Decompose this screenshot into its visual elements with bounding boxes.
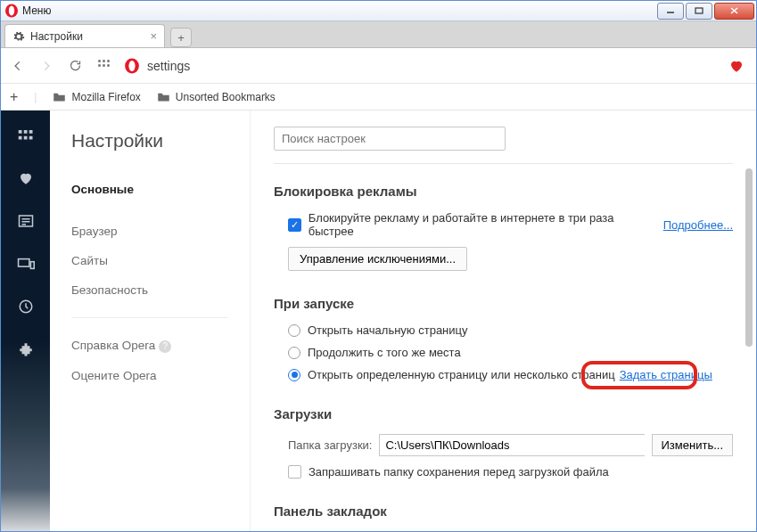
section-heading: Загрузки [274,406,733,422]
svg-rect-10 [103,64,105,67]
nav-security[interactable]: Безопасность [71,275,228,305]
minimize-button[interactable] [657,3,684,20]
section-bookmarks-panel: Панель закладок [274,503,733,519]
rail-bookmarks-icon[interactable] [17,169,35,187]
download-folder-input[interactable] [379,434,644,456]
bookmark-label: Unsorted Bookmarks [176,91,276,103]
settings-sidebar: Настройки Основные Браузер Сайты Безопас… [50,110,251,531]
page-title: Настройки [71,130,228,151]
address-input[interactable] [147,59,713,73]
svg-rect-16 [29,130,32,134]
download-change-button[interactable]: Изменить... [652,434,733,456]
add-bookmark-button[interactable]: + [10,89,18,105]
adblock-label: Блокируйте рекламу и работайте в интерне… [309,211,656,238]
nav-sites[interactable]: Сайты [71,246,228,275]
heart-icon[interactable] [726,55,747,77]
startup-opt3-label: Открыть определенную страницу или нескол… [308,368,615,381]
tab-strip: Настройки × + [1,21,756,48]
rail-history-icon[interactable] [17,298,35,315]
window-titlebar: Меню [1,1,756,21]
settings-main: Блокировка рекламы ✓ Блокируйте рекламу … [251,110,756,531]
side-rail [1,110,50,531]
highlight-callout [581,361,697,389]
section-downloads: Загрузки Папка загрузки: Изменить... ✓ З… [274,406,733,479]
tab-title: Настройки [30,30,143,43]
adblock-checkbox[interactable]: ✓ [288,218,301,232]
bookmark-label: Mozilla Firefox [71,91,140,103]
section-heading: Блокировка рекламы [274,184,733,199]
download-ask-checkbox[interactable]: ✓ [288,465,301,479]
navbar [1,48,756,84]
section-adblock: Блокировка рекламы ✓ Блокируйте рекламу … [274,184,733,271]
nav-help[interactable]: Справка Opera? [71,331,228,361]
startup-opt2-label: Продолжить с того же места [308,346,461,359]
folder-icon [157,91,170,102]
svg-rect-18 [23,136,27,140]
search-settings-input[interactable] [274,127,506,151]
tab-settings[interactable]: Настройки × [4,24,165,47]
section-heading: При запуске [274,296,733,311]
opera-logo-icon [4,4,19,18]
manage-exceptions-button[interactable]: Управление исключениями... [288,247,467,271]
new-tab-button[interactable]: + [170,28,192,47]
bookmarks-bar: + | Mozilla Firefox Unsorted Bookmarks [1,84,756,110]
rail-extensions-icon[interactable] [17,340,35,358]
tab-close-icon[interactable]: × [150,29,157,43]
close-button[interactable] [714,3,754,20]
help-icon: ? [159,340,171,353]
nav-basic[interactable]: Основные [71,175,228,204]
section-startup: При запуске Открыть начальную страницу П… [274,296,733,381]
opera-o-icon [124,58,140,74]
startup-radio-home[interactable] [288,324,300,337]
bookmark-item-unsorted[interactable]: Unsorted Bookmarks [157,91,276,103]
svg-rect-8 [107,60,110,62]
gear-icon [12,30,25,43]
back-button[interactable] [10,58,26,74]
svg-rect-24 [18,259,29,266]
adblock-learn-more-link[interactable]: Подробнее... [663,218,733,232]
nav-browser[interactable]: Браузер [71,217,228,246]
svg-rect-25 [30,262,34,269]
bookmark-item-firefox[interactable]: Mozilla Firefox [53,91,140,103]
startup-radio-specific[interactable] [288,369,300,381]
svg-rect-6 [98,60,101,62]
folder-icon [53,91,66,102]
rail-news-icon[interactable] [17,212,35,230]
rail-speed-dial-icon[interactable] [17,127,35,144]
svg-point-13 [128,60,135,70]
startup-opt1-label: Открыть начальную страницу [308,323,468,337]
svg-rect-7 [103,60,105,62]
nav-rate[interactable]: Оцените Opera [71,361,228,390]
maximize-button[interactable] [686,3,712,20]
svg-point-1 [9,6,14,16]
svg-rect-19 [29,136,32,140]
download-folder-label: Папка загрузки: [288,438,372,452]
svg-rect-9 [98,64,101,67]
download-ask-label: Запрашивать папку сохранения перед загру… [309,465,609,479]
section-heading: Панель закладок [274,503,733,519]
menu-button[interactable]: Меню [22,4,51,17]
reload-button[interactable] [67,58,83,74]
svg-rect-15 [23,130,27,134]
scrollbar[interactable] [745,168,753,347]
svg-rect-11 [107,64,110,67]
address-bar[interactable] [124,58,713,74]
svg-rect-17 [18,136,21,140]
svg-rect-3 [695,8,703,13]
svg-rect-14 [18,130,21,134]
speed-dial-button[interactable] [95,58,111,74]
startup-radio-continue[interactable] [288,347,300,359]
rail-sync-icon[interactable] [17,255,35,273]
forward-button[interactable] [38,58,54,74]
